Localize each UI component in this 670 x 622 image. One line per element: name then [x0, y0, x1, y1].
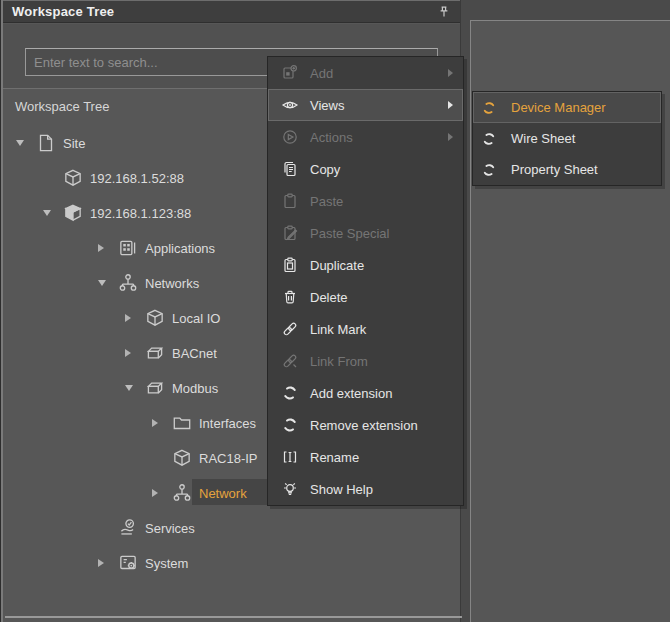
chevron-right-icon[interactable]: [125, 314, 131, 322]
tree-item-label: System: [145, 555, 188, 570]
tree-section-label: Workspace Tree: [15, 99, 109, 114]
extension-icon: [281, 416, 299, 434]
menu-item-label: Actions: [310, 130, 353, 145]
chevron-down-icon[interactable]: [16, 140, 24, 146]
menu-item-label: Delete: [310, 290, 348, 305]
menu-item-label: Link From: [310, 354, 368, 369]
device-box-icon: [171, 447, 193, 469]
paste-special-icon: [281, 224, 299, 242]
chevron-right-icon[interactable]: [98, 244, 104, 252]
chevron-right-icon[interactable]: [125, 349, 131, 357]
delete-icon: [281, 288, 299, 306]
tree-item-label: 192.168.1.123:88: [90, 205, 191, 220]
menu-item-label: Rename: [310, 450, 359, 465]
menu-item-label: Show Help: [310, 482, 373, 497]
view-icon: [481, 131, 497, 147]
tree-item-label: Network: [199, 485, 247, 500]
tree-item-system[interactable]: System: [3, 545, 462, 580]
tree-item-label: 192.168.1.52:88: [90, 170, 184, 185]
menu-item-remove-extension[interactable]: Remove extension: [268, 409, 463, 441]
submenu-item-wire-sheet[interactable]: Wire Sheet: [473, 123, 661, 154]
menu-item-label: Duplicate: [310, 258, 364, 273]
system-icon: [117, 552, 139, 574]
menu-item-copy[interactable]: Copy: [268, 153, 463, 185]
help-icon: [281, 480, 299, 498]
duplicate-icon: [281, 256, 299, 274]
chevron-right-icon[interactable]: [152, 419, 158, 427]
context-menu: AddViewsActionsCopyPastePaste SpecialDup…: [267, 56, 464, 506]
paste-icon: [281, 192, 299, 210]
tree-item-label: BACnet: [172, 345, 217, 360]
chevron-down-icon[interactable]: [43, 210, 51, 216]
chevron-down-icon[interactable]: [98, 280, 106, 286]
menu-item-link-mark[interactable]: Link Mark: [268, 313, 463, 345]
menu-item-label: Paste Special: [310, 226, 390, 241]
menu-item-add-extension[interactable]: Add extension: [268, 377, 463, 409]
applications-icon: [117, 237, 139, 259]
submenu-arrow-icon: [448, 101, 453, 109]
tree-item-label: Networks: [145, 275, 199, 290]
submenu-item-device-manager[interactable]: Device Manager: [473, 92, 661, 123]
menu-item-label: Paste: [310, 194, 343, 209]
submenu-item-label: Device Manager: [511, 100, 606, 115]
chevron-right-icon[interactable]: [152, 489, 158, 497]
actions-icon: [281, 128, 299, 146]
panel-header: Workspace Tree: [3, 0, 460, 23]
tree-item-services[interactable]: Services: [3, 510, 462, 545]
tree-item-label: Modbus: [172, 380, 218, 395]
extension-icon: [281, 384, 299, 402]
panel-resize-handle[interactable]: [5, 616, 462, 618]
menu-item-label: Link Mark: [310, 322, 366, 337]
menu-item-paste-special: Paste Special: [268, 217, 463, 249]
submenu-item-label: Wire Sheet: [511, 131, 575, 146]
tree-item-label: Services: [145, 520, 195, 535]
chevron-right-icon[interactable]: [98, 559, 104, 567]
add-icon: [281, 64, 299, 82]
views-submenu: Device ManagerWire SheetProperty Sheet: [472, 91, 662, 186]
tree-item-label: Site: [63, 135, 85, 150]
menu-item-show-help[interactable]: Show Help: [268, 473, 463, 505]
document-icon: [35, 132, 57, 154]
services-icon: [117, 517, 139, 539]
device-box-icon: [62, 167, 84, 189]
tree-item-label: RAC18-IP: [199, 450, 258, 465]
menu-item-delete[interactable]: Delete: [268, 281, 463, 313]
menu-item-rename[interactable]: Rename: [268, 441, 463, 473]
submenu-item-label: Property Sheet: [511, 162, 598, 177]
view-icon: [481, 162, 497, 178]
protocol-box-icon: [144, 342, 166, 364]
eye-icon: [281, 96, 299, 114]
device-box-icon: [144, 307, 166, 329]
menu-item-link-from: Link From: [268, 345, 463, 377]
protocol-box-icon: [144, 377, 166, 399]
view-icon: [481, 100, 497, 116]
tree-item-label: Local IO: [172, 310, 220, 325]
tree-item-label: Applications: [145, 240, 215, 255]
application-window: Workspace Tree Workspace Tree Site192.16…: [0, 0, 670, 622]
submenu-item-property-sheet[interactable]: Property Sheet: [473, 154, 661, 185]
rename-icon: [281, 448, 299, 466]
menu-item-label: Add extension: [310, 386, 392, 401]
device-box-open-icon: [62, 202, 84, 224]
network-icon: [171, 482, 193, 504]
menu-item-duplicate[interactable]: Duplicate: [268, 249, 463, 281]
menu-item-views[interactable]: Views: [268, 89, 463, 121]
tree-item-label: Interfaces: [199, 415, 256, 430]
menu-item-label: Views: [310, 98, 344, 113]
menu-item-label: Remove extension: [310, 418, 418, 433]
menu-item-add: Add: [268, 57, 463, 89]
chevron-down-icon[interactable]: [125, 385, 133, 391]
submenu-arrow-icon: [448, 69, 453, 77]
menu-item-label: Add: [310, 66, 333, 81]
folder-icon: [171, 412, 193, 434]
panel-title: Workspace Tree: [12, 4, 114, 19]
link-icon: [281, 320, 299, 338]
pin-icon[interactable]: [437, 5, 451, 19]
menu-item-label: Copy: [310, 162, 340, 177]
menu-item-actions: Actions: [268, 121, 463, 153]
submenu-arrow-icon: [448, 133, 453, 141]
network-icon: [117, 272, 139, 294]
copy-icon: [281, 160, 299, 178]
link-off-icon: [281, 352, 299, 370]
menu-item-paste: Paste: [268, 185, 463, 217]
